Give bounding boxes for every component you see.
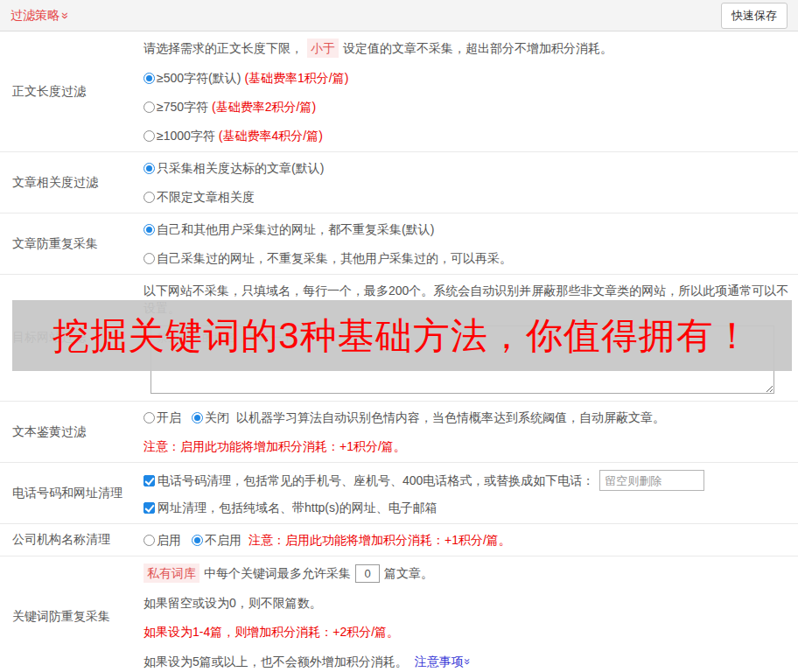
radio-icon[interactable] [144,102,155,113]
radio-option-1000[interactable]: ≥1000字符 (基础费率4积分/篇) [144,127,793,144]
row-company-cleanup: 公司机构名称清理 启用 不启用 注意：启用此功能将增加积分消耗：+1积分/篇。 [0,524,798,556]
promo-banner-text: 挖掘关键词的3种基础方法，你值得拥有！ [52,312,751,360]
row-label: 文本鉴黄过滤 [0,402,144,462]
promo-banner-overlay: 挖掘关键词的3种基础方法，你值得拥有！ [12,300,792,371]
keyword-dedup-line3: 如果设为1-4篇，则增加积分消耗：+2积分/篇。 [144,623,793,640]
radio-option-relevance-default[interactable]: 只采集相关度达标的文章(默认) [144,159,793,177]
checkbox-url-clean[interactable]: 网址清理，包括纯域名、带http(s)的网址、电子邮箱 [144,499,793,516]
keyword-dedup-line2: 如果留空或设为0，则不限篇数。 [144,594,793,612]
radio-option-company-off[interactable]: 不启用 [192,531,242,549]
checkbox-checked-icon[interactable] [144,502,155,514]
less-than-badge: 小于 [307,38,339,58]
quick-save-button[interactable]: 快速保存 [721,3,788,29]
radio-icon[interactable] [144,192,155,203]
radio-option-500[interactable]: ≥500字符(默认) (基础费率1积分/篇) [144,69,793,87]
radio-option-porn-off[interactable]: 关闭 [192,409,229,426]
radio-option-dedup-all[interactable]: 自己和其他用户采集过的网址，都不重复采集(默认) [144,220,793,238]
text-length-intro: 请选择需求的正文长度下限，小于设定值的文章不采集，超出部分不增加积分消耗。 [144,38,793,58]
double-chevron-down-icon [464,652,470,670]
row-label: 文章防重复采集 [0,214,144,274]
notes-link[interactable]: 注意事项 [415,652,470,670]
row-label: 电话号码和网址清理 [0,463,144,523]
radio-icon[interactable] [144,412,155,424]
page-title: 过滤策略 [10,8,60,24]
double-chevron-down-icon [62,9,69,23]
radio-icon[interactable] [144,130,155,142]
radio-option-dedup-self[interactable]: 自己采集过的网址，不重复采集，其他用户采集过的，可以再采。 [144,249,793,267]
radio-option-relevance-any[interactable]: 不限定文章相关度 [144,188,793,206]
radio-icon[interactable] [192,535,203,546]
radio-option-company-on[interactable]: 启用 [144,531,181,549]
radio-option-750[interactable]: ≥750字符 (基础费率2积分/篇) [144,98,793,116]
radio-icon[interactable] [144,163,155,174]
filter-strategy-toggle[interactable]: 过滤策略 [10,8,69,24]
radio-icon[interactable] [144,535,155,546]
row-url-dedup: 文章防重复采集 自己和其他用户采集过的网址，都不重复采集(默认) 自己采集过的网… [0,214,798,275]
radio-icon[interactable] [144,224,155,235]
radio-icon[interactable] [144,73,155,84]
porn-filter-note: 注意：启用此功能将增加积分消耗：+1积分/篇。 [144,438,793,455]
radio-icon[interactable] [192,412,203,424]
keyword-dedup-line4: 如果设为5篇或以上，也不会额外增加积分消耗。 [144,653,408,670]
row-phone-url-cleanup: 电话号码和网址清理 电话号码清理，包括常见的手机号、座机号、400电话格式，或替… [0,463,798,524]
row-keyword-dedup: 关键词防重复采集 私有词库 中每个关键词最多允许采集 篇文章。 如果留空或设为0… [0,556,798,672]
row-label: 正文长度过滤 [0,32,144,151]
radio-option-porn-on[interactable]: 开启 [144,409,181,426]
row-relevance-filter: 文章相关度过滤 只采集相关度达标的文章(默认) 不限定文章相关度 [0,152,798,214]
row-label: 公司机构名称清理 [0,524,144,556]
row-text-length-filter: 正文长度过滤 请选择需求的正文长度下限，小于设定值的文章不采集，超出部分不增加积… [0,32,798,152]
checkbox-phone-clean[interactable]: 电话号码清理，包括常见的手机号、座机号、400电话格式，或替换成如下电话： [144,472,594,489]
radio-icon[interactable] [144,253,155,264]
replacement-phone-input[interactable] [599,470,704,491]
company-cleanup-note: 注意：启用此功能将增加积分消耗：+1积分/篇。 [248,531,511,549]
row-porn-filter: 文本鉴黄过滤 开启 关闭 以机器学习算法自动识别色情内容，当色情概率达到系统阈值… [0,402,798,463]
max-articles-input[interactable] [355,564,380,583]
row-label: 关键词防重复采集 [0,556,144,672]
private-lexicon-badge: 私有词库 [144,564,200,583]
topbar: 过滤策略 快速保存 [0,0,798,32]
checkbox-checked-icon[interactable] [144,475,155,486]
porn-filter-desc: 以机器学习算法自动识别色情内容，当色情概率达到系统阈值，自动屏蔽文章。 [236,409,665,426]
row-label: 文章相关度过滤 [0,152,144,213]
